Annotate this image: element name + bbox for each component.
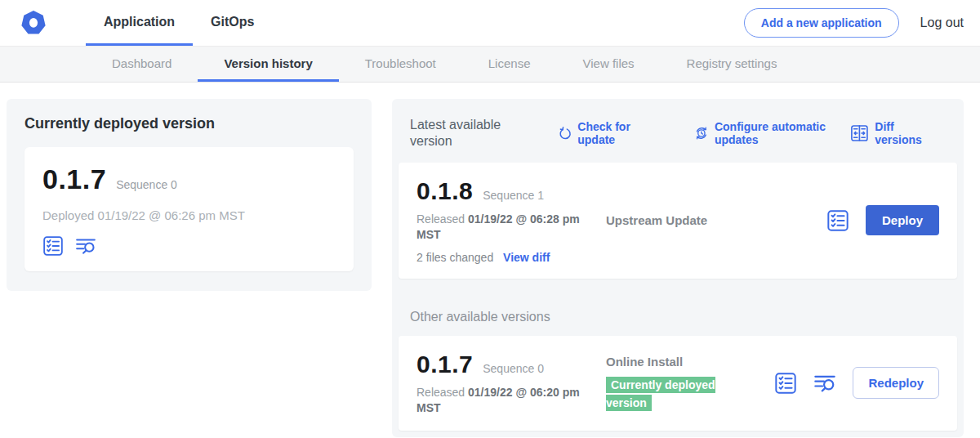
refresh-icon xyxy=(558,125,572,142)
header-right: Add a new application Log out xyxy=(744,0,964,46)
available-updates-panel: Latest available version Check for updat… xyxy=(392,99,964,437)
other-version-source: Online Install Currently deployed versio… xyxy=(606,355,774,412)
latest-version-source: Upstream Update xyxy=(606,213,826,227)
deploy-button[interactable]: Deploy xyxy=(866,205,939,235)
diff-versions-label: Diff versions xyxy=(875,120,941,146)
preflight-checklist-icon[interactable] xyxy=(42,235,64,257)
subnav-view-files[interactable]: View files xyxy=(556,47,660,82)
check-for-update-button[interactable]: Check for update xyxy=(558,120,655,146)
subnav-registry-settings[interactable]: Registry settings xyxy=(661,47,804,82)
other-versions-heading: Other available versions xyxy=(410,310,957,324)
currently-deployed-panel: Currently deployed version 0.1.7 Sequenc… xyxy=(7,99,372,291)
available-updates-header: Latest available version Check for updat… xyxy=(399,105,957,163)
primary-nav: Application GitOps xyxy=(86,0,272,46)
install-type-text: Online Install xyxy=(606,355,774,369)
latest-version-info: 0.1.8 Sequence 1 Released 01/19/22 @ 06:… xyxy=(416,177,606,264)
currently-deployed-title: Currently deployed version xyxy=(24,115,354,132)
deploy-logs-icon[interactable] xyxy=(813,372,836,395)
configure-automatic-updates-label: Configure automatic updates xyxy=(715,120,843,146)
tab-application[interactable]: Application xyxy=(86,0,193,46)
deployed-timestamp: Deployed 01/19/22 @ 06:26 pm MST xyxy=(42,208,336,222)
subnav-license[interactable]: License xyxy=(462,47,557,82)
latest-released-timestamp: Released 01/19/22 @ 06:28 pm MST xyxy=(416,212,580,243)
other-released-timestamp: Released 01/19/22 @ 06:20 pm MST xyxy=(416,385,580,416)
logout-link[interactable]: Log out xyxy=(920,16,964,30)
other-version-info: 0.1.7 Sequence 0 Released 01/19/22 @ 06:… xyxy=(416,351,606,416)
subnav-troubleshoot[interactable]: Troubleshoot xyxy=(339,47,462,82)
current-version-actions xyxy=(42,235,336,257)
other-version-sequence: Sequence 0 xyxy=(483,362,544,375)
latest-version-card: 0.1.8 Sequence 1 Released 01/19/22 @ 06:… xyxy=(399,163,957,279)
configure-automatic-updates-button[interactable]: Configure automatic updates xyxy=(694,120,842,146)
view-diff-link[interactable]: View diff xyxy=(503,251,550,264)
deploy-logs-icon[interactable] xyxy=(75,235,96,257)
currently-deployed-badge: Currently deployed version xyxy=(606,376,743,412)
check-for-update-label: Check for update xyxy=(577,120,655,146)
latest-version-actions: Deploy xyxy=(826,205,939,235)
latest-version-sequence: Sequence 1 xyxy=(483,189,544,202)
files-changed-row: 2 files changed View diff xyxy=(416,251,606,264)
add-application-button[interactable]: Add a new application xyxy=(744,8,899,38)
kots-heptagon-logo-icon xyxy=(20,10,47,36)
preflight-checklist-icon[interactable] xyxy=(826,209,849,232)
latest-available-title: Latest available version xyxy=(410,117,515,150)
auto-update-clock-icon xyxy=(694,124,709,142)
diff-versions-icon xyxy=(850,123,869,143)
top-header: Application GitOps Add a new application… xyxy=(0,0,980,47)
current-version-row: 0.1.7 Sequence 0 xyxy=(42,163,336,195)
subnav-version-history[interactable]: Version history xyxy=(198,47,338,82)
tab-gitops[interactable]: GitOps xyxy=(193,0,272,46)
other-version-number: 0.1.7 xyxy=(416,351,473,378)
other-version-actions: Redeploy xyxy=(774,367,939,399)
current-version-number: 0.1.7 xyxy=(42,163,106,195)
diff-versions-button[interactable]: Diff versions xyxy=(850,120,941,146)
other-version-card: 0.1.7 Sequence 0 Released 01/19/22 @ 06:… xyxy=(399,336,957,431)
files-changed-text: 2 files changed xyxy=(416,251,493,264)
redeploy-button[interactable]: Redeploy xyxy=(853,367,939,399)
latest-version-number: 0.1.8 xyxy=(416,177,473,205)
current-version-card: 0.1.7 Sequence 0 Deployed 01/19/22 @ 06:… xyxy=(24,147,354,271)
main-content: Currently deployed version 0.1.7 Sequenc… xyxy=(0,83,980,437)
app-logo[interactable] xyxy=(20,0,47,46)
current-version-sequence: Sequence 0 xyxy=(116,178,177,191)
subnav-dashboard[interactable]: Dashboard xyxy=(86,47,198,82)
app-subnav: Dashboard Version history Troubleshoot L… xyxy=(0,47,980,83)
preflight-checklist-icon[interactable] xyxy=(774,372,797,395)
